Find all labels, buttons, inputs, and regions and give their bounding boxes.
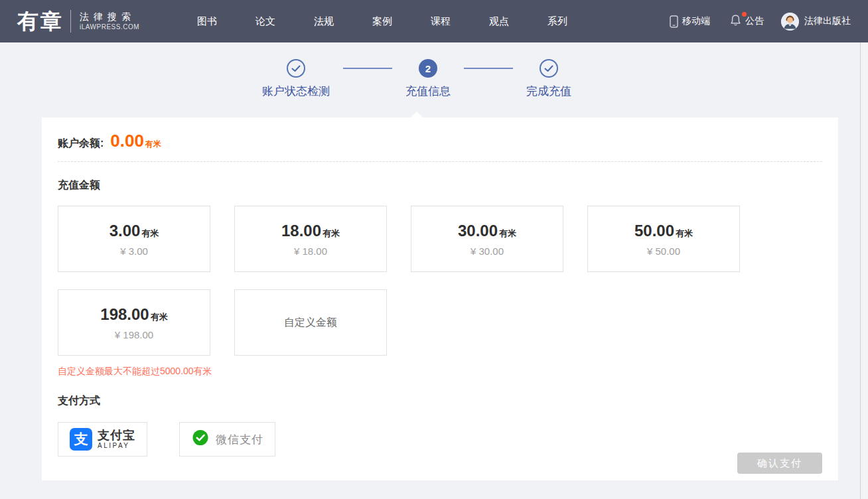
bell-icon <box>730 14 745 29</box>
amount-unit: 有米 <box>499 228 516 240</box>
alipay-icon: 支 <box>70 428 92 451</box>
stepper-step-recharge-info: 2 充值信息 <box>405 59 451 99</box>
amount-value: 30.00 <box>458 222 498 240</box>
amount-unit: 有米 <box>141 228 159 240</box>
amount-price: ¥ 198.00 <box>115 329 153 340</box>
divider <box>58 161 822 162</box>
amount-unit: 有米 <box>323 228 340 240</box>
user-avatar <box>781 13 799 31</box>
nav-item-courses[interactable]: 课程 <box>411 15 470 28</box>
max-amount-warning: 自定义金额最大不能超过5000.00有米 <box>58 366 822 378</box>
logo-divider <box>70 10 71 33</box>
payment-methods: 支 支付宝 ALIPAY 微信支付 <box>58 422 822 457</box>
amount-grid: 3.00 有米 ¥ 3.00 18.00 有米 ¥ 18.00 30.00 有米… <box>58 206 788 356</box>
amount-value: 198.00 <box>100 305 149 324</box>
step-connector <box>464 68 513 69</box>
amount-value: 18.00 <box>281 222 321 240</box>
amount-option-50[interactable]: 50.00 有米 ¥ 50.00 <box>587 206 740 272</box>
balance-value: 0.00 <box>110 131 144 151</box>
step-current-circle: 2 <box>419 59 437 78</box>
confirm-payment-button[interactable]: 确认支付 <box>737 453 822 474</box>
step-number: 2 <box>425 63 431 74</box>
notice-label: 公告 <box>745 15 764 27</box>
notice-link[interactable]: 公告 <box>730 14 764 29</box>
amount-value: 50.00 <box>634 222 674 240</box>
amount-option-18[interactable]: 18.00 有米 ¥ 18.00 <box>234 206 387 272</box>
mobile-link[interactable]: 移动端 <box>670 15 710 28</box>
amount-price: ¥ 30.00 <box>470 246 504 257</box>
nav-item-books[interactable]: 图书 <box>178 15 236 28</box>
payment-method-title: 支付方式 <box>58 394 822 408</box>
nav-item-series[interactable]: 系列 <box>528 15 587 28</box>
logo-brand-text: 有章 <box>17 11 64 32</box>
balance-unit: 有米 <box>145 139 161 150</box>
amount-unit: 有米 <box>676 228 693 240</box>
recharge-panel: 账户余额: 0.00 有米 充值金额 3.00 有米 ¥ 3.00 18.00 … <box>42 117 838 480</box>
step-connector <box>343 68 392 69</box>
logo-domain: iLAWPRESS.COM <box>80 23 139 31</box>
amount-price: ¥ 3.00 <box>120 246 148 257</box>
alipay-sublabel: ALIPAY <box>98 442 135 450</box>
wechat-pay-option[interactable]: 微信支付 <box>179 422 275 457</box>
vertical-scrollbar[interactable] <box>860 42 868 499</box>
step-label: 完成充值 <box>526 84 571 99</box>
phone-icon <box>670 15 678 28</box>
nav-item-cases[interactable]: 案例 <box>353 15 411 28</box>
mobile-label: 移动端 <box>682 15 710 27</box>
nav-item-papers[interactable]: 论文 <box>236 15 295 28</box>
main-menu: 图书 论文 法规 案例 课程 观点 系列 <box>178 15 587 28</box>
balance-row: 账户余额: 0.00 有米 <box>58 117 822 151</box>
site-logo[interactable]: 有章 法律搜索 iLAWPRESS.COM <box>17 10 139 33</box>
wechat-pay-icon <box>191 429 210 450</box>
nav-item-laws[interactable]: 法规 <box>295 15 353 28</box>
logo-subtitle-block: 法律搜索 iLAWPRESS.COM <box>80 11 139 31</box>
custom-amount-option[interactable]: 自定义金额 <box>234 289 387 356</box>
amount-price: ¥ 18.00 <box>294 246 327 257</box>
wechat-pay-label: 微信支付 <box>216 432 263 447</box>
amount-option-3[interactable]: 3.00 有米 ¥ 3.00 <box>58 206 210 272</box>
step-label: 账户状态检测 <box>262 84 330 99</box>
amount-unit: 有米 <box>151 311 168 323</box>
amount-price: ¥ 50.00 <box>647 246 680 257</box>
balance-label: 账户余额: <box>58 137 104 151</box>
check-icon <box>544 65 553 72</box>
top-navbar: 有章 法律搜索 iLAWPRESS.COM 图书 论文 法规 案例 课程 观点 … <box>0 0 868 42</box>
user-name: 法律出版社 <box>804 15 851 27</box>
check-icon <box>291 65 301 72</box>
amount-option-198[interactable]: 198.00 有米 ¥ 198.00 <box>58 289 210 356</box>
step-done-circle <box>287 59 305 78</box>
logo-subtitle: 法律搜索 <box>80 11 139 23</box>
user-account[interactable]: 法律出版社 <box>781 13 851 31</box>
recharge-stepper: 账户状态检测 2 充值信息 完成充值 <box>0 42 851 99</box>
recharge-amount-title: 充值金额 <box>58 178 822 192</box>
custom-amount-label: 自定义金额 <box>284 316 337 330</box>
alipay-label: 支付宝 <box>98 429 135 442</box>
navbar-right: 移动端 公告 法律出版社 <box>650 13 851 31</box>
step-done-circle <box>540 59 558 78</box>
amount-option-30[interactable]: 30.00 有米 ¥ 30.00 <box>411 206 563 272</box>
panel-notch <box>411 111 423 117</box>
notice-badge-dot <box>742 12 747 17</box>
nav-item-opinions[interactable]: 观点 <box>470 15 528 28</box>
stepper-step-finish: 完成充值 <box>526 59 571 99</box>
stepper-step-account-check: 账户状态检测 <box>262 59 330 99</box>
alipay-option[interactable]: 支 支付宝 ALIPAY <box>58 422 147 457</box>
amount-value: 3.00 <box>109 222 141 240</box>
step-label: 充值信息 <box>405 84 451 99</box>
